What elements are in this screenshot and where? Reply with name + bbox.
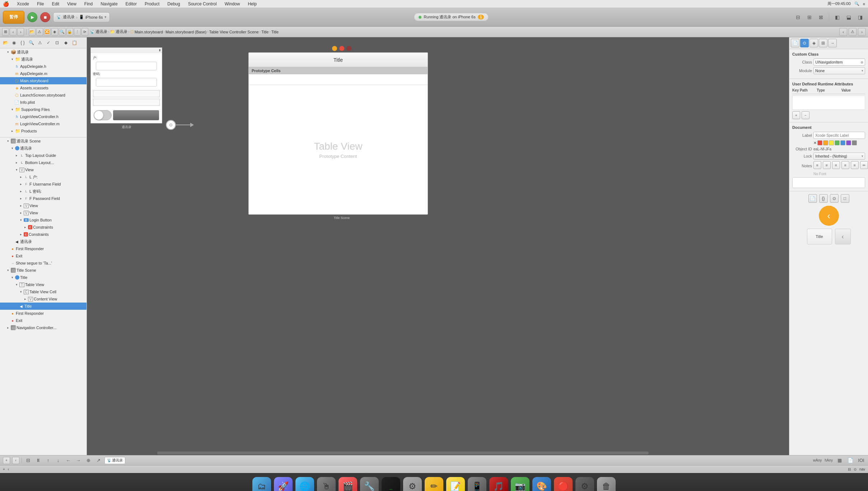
nav-icon-3[interactable]: 🔀 <box>44 28 51 36</box>
warning-badge[interactable]: 1 <box>478 15 484 19</box>
file-assets[interactable]: ◈ Assets.xcassets <box>0 84 87 92</box>
nav-icon-4[interactable]: ◈ <box>51 28 58 36</box>
dock-terminal[interactable]: _ <box>382 477 400 491</box>
dock-app4[interactable]: 🎨 <box>532 477 551 491</box>
login-button-visual[interactable] <box>113 110 159 120</box>
editor-standard-btn[interactable]: ⊟ <box>793 12 803 22</box>
menu-file[interactable]: File <box>36 1 45 6</box>
pause-button[interactable]: 暂停 <box>3 11 24 24</box>
menu-source-control[interactable]: Source Control <box>187 1 218 6</box>
iphone-device-frame[interactable]: Title Prototype Cells Table View Prototy… <box>248 52 428 215</box>
breadcrumb-7[interactable]: Title <box>271 30 279 34</box>
dock-app1[interactable]: 📱 <box>468 477 486 491</box>
attr-add-btn[interactable]: + <box>792 111 800 119</box>
nav-icon-8[interactable]: ⊳ <box>81 28 88 36</box>
label-户[interactable]: L L 户: <box>0 173 87 181</box>
nav-icon-7[interactable]: ⋮ <box>74 28 81 36</box>
bottom-layout-guide[interactable]: L Bottom Layout... <box>0 159 87 166</box>
menu-find[interactable]: Find <box>83 1 94 6</box>
insp-tab-3[interactable]: ⊙ <box>830 194 839 203</box>
login-panel[interactable]: ▮ 户: 密码: <box>90 47 162 123</box>
username-field[interactable] <box>96 62 157 70</box>
step-down-btn[interactable]: ↓ <box>54 457 62 464</box>
inspector-tab-attributes[interactable]: ◈ <box>809 39 818 47</box>
dock-prefs[interactable]: ⚙ <box>403 477 422 491</box>
step-up-btn[interactable]: ↑ <box>44 457 52 464</box>
group-disclosure[interactable] <box>10 57 14 61</box>
bc-nav-right[interactable]: › <box>858 28 866 36</box>
view-item-2[interactable]: V View <box>0 209 87 216</box>
inspector-tab-identity[interactable]: ⊙ <box>800 39 809 47</box>
constraints-btn[interactable]: ⊕ <box>84 457 92 464</box>
color-x[interactable]: ✕ <box>813 141 817 145</box>
file-main-storyboard[interactable]: ⬡ Main.storyboard <box>0 77 87 84</box>
view-disc[interactable] <box>14 168 19 172</box>
nav-search-icon[interactable]: 🔍 <box>27 39 35 47</box>
dock-app6[interactable]: ⚙ <box>575 477 594 491</box>
pause-view-btn[interactable]: ⏸ <box>34 457 42 464</box>
view-node[interactable]: V View <box>0 166 87 173</box>
bc-nav-warn[interactable]: ⚠ <box>849 28 857 36</box>
password-field[interactable] <box>96 78 157 86</box>
table-view-cell-node[interactable]: C Table View Cell <box>0 288 87 295</box>
menu-navigate[interactable]: Navigate <box>99 1 119 6</box>
menu-editor[interactable]: Editor <box>124 1 138 6</box>
bc-nav-left[interactable]: ‹ <box>839 28 847 36</box>
back-icon[interactable]: ‹ <box>8 467 9 471</box>
title-item-node[interactable]: ◀ Title <box>0 303 87 310</box>
dock-devtools[interactable]: 🔧 <box>360 477 379 491</box>
nav-back-btn[interactable]: ‹ <box>10 28 17 36</box>
project-root[interactable]: 📦 通讯录 <box>0 48 87 56</box>
notes-icon-1[interactable]: ≡ <box>813 161 821 169</box>
breadcrumb-1[interactable]: 📡 通讯录 <box>90 29 107 34</box>
exit-1[interactable]: ● Exit <box>0 252 87 259</box>
add-btn[interactable]: + <box>3 457 10 464</box>
label-密[interactable]: L L 密码: <box>0 188 87 195</box>
color-swatch-4[interactable] <box>835 140 840 145</box>
menu-view[interactable]: View <box>66 1 78 6</box>
file-appdelegate-h[interactable]: h AppDelegate.h <box>0 63 87 70</box>
back-btn-small[interactable]: ‹ <box>835 229 851 244</box>
color-swatch-5[interactable] <box>840 140 845 145</box>
file-info-plist[interactable]: 📄 Info.plist <box>0 99 87 106</box>
nav-source-icon[interactable]: ◉ <box>10 39 18 47</box>
switch-track[interactable] <box>94 110 112 120</box>
breadcrumb-3[interactable]: ⬡ Main.storyboard <box>130 29 163 34</box>
nc-disc[interactable] <box>6 326 10 330</box>
navigator-toggle-btn[interactable]: ◧ <box>832 12 842 22</box>
nav-breakpt-icon[interactable]: ◆ <box>62 39 70 47</box>
supporting-disclosure[interactable] <box>10 107 14 112</box>
run-button[interactable]: ▶ <box>27 12 37 22</box>
tvc-disc[interactable] <box>19 290 23 294</box>
module-select[interactable]: None ▾ <box>813 67 865 74</box>
lb-disc[interactable] <box>19 218 23 222</box>
cv-disc[interactable] <box>23 297 27 301</box>
inspector-tab-file[interactable]: 📄 <box>791 39 799 47</box>
search-icon[interactable]: 🔍 <box>854 1 859 6</box>
insp-tab-1[interactable]: 📄 <box>808 194 817 203</box>
file-loginvc-m[interactable]: m LoginViewController.m <box>0 120 87 127</box>
label-户-disc[interactable] <box>19 175 23 179</box>
menu-help[interactable]: Help <box>246 1 258 6</box>
inspector-tab-connections[interactable]: → <box>828 39 837 47</box>
cn2-disc[interactable] <box>19 232 23 237</box>
nav-icon-5[interactable]: 🔍 <box>59 28 66 36</box>
nav-report-icon[interactable]: 📋 <box>70 39 78 47</box>
title-scene-disc[interactable] <box>6 268 10 272</box>
view2-disc[interactable] <box>19 211 23 215</box>
grid-view-btn[interactable]: ▦ <box>836 457 844 464</box>
group-supporting[interactable]: 📁 Supporting Files <box>0 106 87 113</box>
dock-notes[interactable]: 📝 <box>446 477 465 491</box>
doc-view-btn[interactable]: 📄 <box>846 457 854 464</box>
constraints-node-1[interactable]: C Constraints <box>0 224 87 231</box>
login-button-node[interactable]: B Login Button <box>0 216 87 224</box>
color-swatch-2[interactable] <box>823 140 828 145</box>
insp-tab-2[interactable]: {} <box>819 194 828 203</box>
first-responder-1[interactable]: ● First Responder <box>0 245 87 252</box>
lock-select[interactable]: Inherited - (Nothing) ▾ <box>813 153 865 160</box>
breadcrumb-6[interactable]: Title <box>261 30 269 34</box>
group-通讯录[interactable]: 📁 通讯录 <box>0 56 87 63</box>
scene-通讯录-disc[interactable] <box>6 139 10 143</box>
cell-row-1[interactable] <box>249 74 428 85</box>
field-password[interactable]: F F Password Field <box>0 195 87 202</box>
